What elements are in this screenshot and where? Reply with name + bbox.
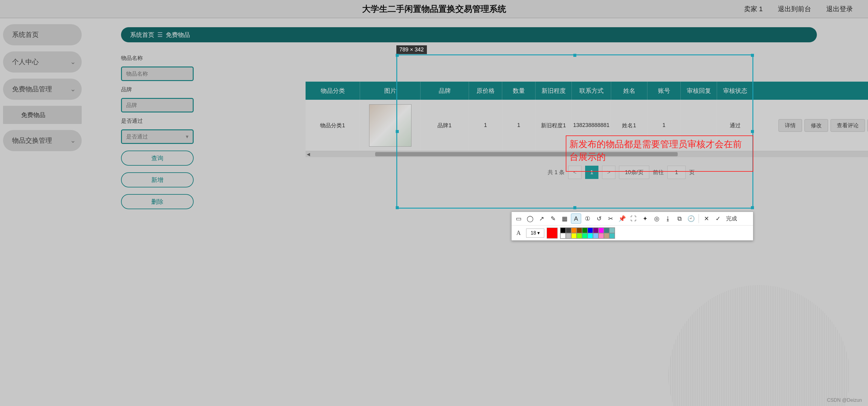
color-swatch[interactable] [560,233,566,239]
font-size-select[interactable]: 18▾ [526,229,544,238]
breadcrumb: 系统首页 ☰ 免费物品 [121,27,817,42]
chevron-down-icon: ▾ [537,230,540,236]
th-account: 账号 [647,81,681,100]
color-swatch[interactable] [598,228,604,233]
sidebar-item-free-mgmt[interactable]: 免费物品管理⌄ [3,78,82,100]
snip-toolbar-row2: A 18▾ [512,225,753,240]
target-icon[interactable]: ◎ [651,213,662,224]
chevron-down-icon: ⌄ [70,137,75,144]
decorative-circle [668,285,850,406]
sidebar: 系统首页 个人中心⌄ 免费物品管理⌄ 免费物品 物品交换管理⌄ [0,18,85,406]
filter-brand-input[interactable]: 品牌 [121,98,194,112]
color-swatch[interactable] [566,233,571,239]
ellipse-icon[interactable]: ◯ [525,213,535,224]
breadcrumb-sep: ☰ [157,31,163,38]
sidebar-item-home[interactable]: 系统首页 [3,24,82,45]
delete-button[interactable]: 删除 [121,194,194,209]
color-swatch[interactable] [582,233,588,239]
op-edit-button[interactable]: 修改 [804,119,828,132]
close-icon[interactable]: ✕ [701,213,712,224]
add-button[interactable]: 新增 [121,172,194,188]
th-review-status: 审核状态 [717,81,753,100]
color-swatch[interactable] [588,233,593,239]
pin2-icon[interactable]: ✦ [640,213,650,224]
color-swatch[interactable] [571,233,577,239]
chevron-down-icon: ▾ [186,133,188,140]
color-swatch[interactable] [560,228,566,233]
app-dimmed-layer: 大学生二手闲置物品置换交易管理系统 卖家 1 退出到前台 退出登录 系统首页 个… [0,0,868,406]
undo-icon[interactable]: ↺ [594,213,604,224]
color-swatch[interactable] [571,228,577,233]
op-detail-button[interactable]: 详情 [778,119,802,132]
op-view-comments-button[interactable]: 查看评论 [831,119,865,132]
scissors-icon[interactable]: ✂ [606,213,616,224]
breadcrumb-home[interactable]: 系统首页 [130,31,154,39]
th-image: 图片 [360,81,421,100]
pager-total: 共 1 条 [548,169,564,176]
arrow-icon[interactable]: ↗ [536,213,547,224]
color-swatch[interactable] [577,228,582,233]
th-orig-price: 原价格 [469,81,502,100]
color-swatch[interactable] [593,228,598,233]
scroll-left-icon[interactable]: ◀ [307,152,310,157]
th-qty: 数量 [502,81,535,100]
color-swatch[interactable] [588,228,593,233]
chevron-down-icon: ⌄ [70,85,75,93]
filter-brand-label: 品牌 [121,86,194,93]
sidebar-item-exchange-mgmt[interactable]: 物品交换管理⌄ [3,130,82,151]
th-category: 物品分类 [306,81,360,100]
history-icon[interactable]: 🕘 [686,213,696,224]
serial-icon[interactable]: ① [582,213,593,224]
filter-pass-label: 是否通过 [121,117,194,125]
th-name: 姓名 [611,81,647,100]
color-swatch[interactable] [609,233,615,239]
td-orig-price: 1 [469,100,502,151]
query-button[interactable]: 查询 [121,150,194,166]
download-icon[interactable]: ⭳ [663,213,673,224]
product-thumbnail[interactable] [369,104,411,147]
annotation-text-box[interactable]: 新发布的物品都是需要管理员审核才会在前台展示的 [566,135,753,172]
topbar: 大学生二手闲置物品置换交易管理系统 卖家 1 退出到前台 退出登录 [0,0,868,18]
color-swatch[interactable] [598,233,604,239]
text-icon[interactable]: A [571,213,581,224]
snip-toolbar-row1: ▭ ◯ ↗ ✎ ▦ A ① ↺ ✂ 📌 ⛶ ✦ ◎ ⭳ ⧉ 🕘 ✕ ✓ 完成 [512,212,753,225]
app-title: 大学生二手闲置物品置换交易管理系统 [362,3,506,15]
filter-pass-select[interactable]: 是否通过 ▾ [121,129,194,144]
th-ops: 操作 [753,81,868,100]
color-palette [560,227,615,239]
color-swatch[interactable] [609,228,615,233]
color-swatch[interactable] [593,233,598,239]
table-header: 物品分类 图片 品牌 原价格 数量 新旧程度 联系方式 姓名 账号 审核回复 审… [306,81,868,100]
font-icon: A [514,228,524,238]
color-swatch[interactable] [566,228,571,233]
td-qty: 1 [502,100,535,151]
mosaic-icon[interactable]: ▦ [559,213,570,224]
td-brand: 品牌1 [421,100,469,151]
to-frontend-link[interactable]: 退出到前台 [778,4,811,13]
copy-icon[interactable]: ⧉ [674,213,685,224]
pencil-icon[interactable]: ✎ [548,213,558,224]
expand-icon[interactable]: ⛶ [628,213,639,224]
th-contact: 联系方式 [572,81,611,100]
pin-icon[interactable]: 📌 [617,213,627,224]
done-button[interactable]: 完成 [724,215,739,222]
logout-link[interactable]: 退出登录 [826,4,853,13]
confirm-icon[interactable]: ✓ [713,213,723,224]
filter-name-label: 物品名称 [121,55,194,62]
filter-panel: 物品名称 物品名称 品牌 品牌 是否通过 是否通过 ▾ 查询 新增 删除 [121,55,194,209]
color-swatch[interactable] [604,228,609,233]
sidebar-item-personal[interactable]: 个人中心⌄ [3,52,82,73]
th-review-reply: 审核回复 [681,81,717,100]
sidebar-subitem-free-items[interactable]: 免费物品 [3,106,82,124]
filter-name-input[interactable]: 物品名称 [121,67,194,81]
td-category: 物品分类1 [306,100,360,151]
color-swatch[interactable] [577,233,582,239]
color-swatch[interactable] [582,228,588,233]
user-label[interactable]: 卖家 1 [744,4,763,13]
toolbar-separator [699,214,699,223]
current-color-swatch[interactable] [547,228,558,239]
color-swatch[interactable] [604,233,609,239]
td-ops: 详情 修改 查看评论 删除 [753,100,868,151]
rect-icon[interactable]: ▭ [514,213,524,224]
snip-toolbar: ▭ ◯ ↗ ✎ ▦ A ① ↺ ✂ 📌 ⛶ ✦ ◎ ⭳ ⧉ 🕘 ✕ ✓ 完成 A… [511,212,753,241]
